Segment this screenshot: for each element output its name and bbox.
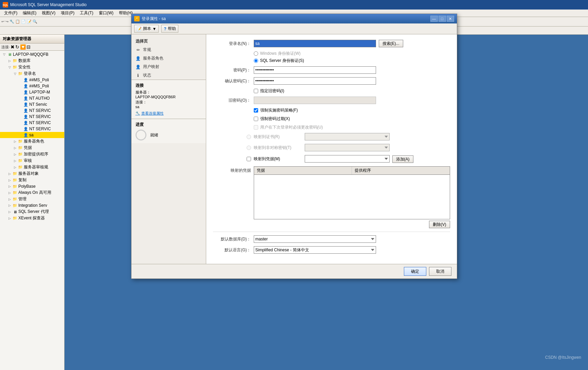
old-password-row: 旧密码(O)： bbox=[213, 97, 450, 104]
default-lang-row: 默认语言(G)： Simplified Chinese - 简体中文 bbox=[213, 246, 450, 254]
script-button[interactable]: 📝 脚本 ▼ bbox=[134, 25, 159, 33]
old-password-label: 旧密码(O)： bbox=[213, 98, 254, 103]
ok-button[interactable]: 确定 bbox=[404, 267, 426, 276]
confirm-password-input[interactable] bbox=[254, 77, 376, 85]
help-button[interactable]: ? 帮助 bbox=[161, 25, 178, 33]
dialog-toolbar: 📝 脚本 ▼ ? 帮助 bbox=[131, 23, 457, 34]
old-password-input bbox=[254, 97, 376, 104]
map-asymmetric-row: 映射到非对称密钥(T) bbox=[213, 144, 450, 151]
connection-server-label: 服务器： LAPTOP-MQQQQFB6R bbox=[136, 90, 202, 99]
nav-general[interactable]: ✏ 常规 bbox=[131, 46, 206, 54]
progress-panel: 进度 就绪 bbox=[131, 119, 206, 143]
map-asymmetric-select bbox=[305, 144, 390, 151]
password-row: 密码(P)： bbox=[213, 66, 450, 74]
connection-title: 连接 bbox=[136, 83, 202, 88]
credential-col1: 凭据 bbox=[254, 167, 352, 174]
windows-auth-option[interactable]: Windows 身份验证(W) bbox=[254, 51, 450, 56]
specify-old-password-checkbox[interactable] bbox=[254, 89, 258, 93]
role-icon: 👤 bbox=[136, 56, 141, 61]
mapping-icon: 👤 bbox=[136, 64, 141, 70]
dialog-content: 登录名(N)： 搜索(E)... Windows 身份验证(W) SQL Ser… bbox=[206, 34, 457, 264]
must-change-label: 用户在下次登录时必须更改密码(U) bbox=[260, 124, 323, 130]
default-db-row: 默认数据库(D)： master bbox=[213, 235, 450, 243]
help-label: 帮助 bbox=[168, 26, 176, 32]
progress-status: 就绪 bbox=[150, 132, 158, 138]
edit-icon: ✏ bbox=[136, 47, 141, 53]
dialog-title: 登录属性 - sa bbox=[142, 16, 166, 22]
sql-auth-radio[interactable] bbox=[254, 58, 258, 63]
nav-serverroles-label: 服务器角色 bbox=[143, 55, 163, 61]
windows-auth-radio[interactable] bbox=[254, 51, 258, 56]
confirm-password-row: 确认密码(C)： bbox=[213, 77, 450, 85]
enforce-expiration-checkbox[interactable] bbox=[254, 117, 258, 121]
default-db-select[interactable]: master bbox=[254, 235, 376, 243]
modal-overlay: 🔑 登录属性 - sa — □ ✕ 📝 脚本 ▼ ? 帮助 bbox=[0, 0, 588, 370]
credentials-table: 凭据 提供程序 bbox=[254, 166, 450, 219]
specify-old-label: 指定旧密码(I) bbox=[260, 88, 284, 94]
login-name-label: 登录名(N)： bbox=[213, 41, 254, 47]
progress-title: 进度 bbox=[136, 122, 202, 128]
enforce-expiration-label: 强制密码过期(X) bbox=[260, 116, 290, 122]
search-button[interactable]: 搜索(E)... bbox=[379, 40, 403, 47]
link-label: 查看连接属性 bbox=[141, 111, 164, 116]
default-lang-label: 默认语言(G)： bbox=[213, 247, 254, 253]
dialog-footer: 确定 取消 bbox=[131, 264, 457, 279]
map-cert-select bbox=[305, 133, 390, 140]
script-icon: 📝 bbox=[137, 27, 142, 31]
status-icon: ℹ bbox=[136, 73, 141, 78]
connection-server-value: LAPTOP-MQQQQFB6R bbox=[136, 95, 176, 99]
nav-status[interactable]: ℹ 状态 bbox=[131, 71, 206, 80]
auth-radio-group: Windows 身份验证(W) SQL Server 身份验证(S) bbox=[254, 51, 450, 64]
login-name-input[interactable] bbox=[254, 40, 376, 47]
script-label: 脚本 bbox=[143, 26, 151, 32]
dropdown-arrow[interactable]: ▼ bbox=[153, 27, 157, 31]
map-asymmetric-label: 映射到非对称密钥(T) bbox=[254, 145, 305, 151]
enforce-policy-checkbox[interactable] bbox=[254, 108, 258, 113]
dialog-title-left: 🔑 登录属性 - sa bbox=[134, 16, 166, 22]
close-button[interactable]: ✕ bbox=[447, 16, 454, 22]
windows-auth-label: Windows 身份验证(W) bbox=[260, 51, 301, 56]
connection-panel: 连接 服务器： LAPTOP-MQQQQFB6R 连接： sa 🔧 查看连接属性 bbox=[131, 80, 206, 119]
map-credential-checkbox[interactable] bbox=[247, 157, 251, 161]
password-label: 密码(P)： bbox=[213, 67, 254, 73]
delete-credential-button[interactable]: 删除(V) bbox=[429, 221, 450, 228]
dialog-icon: 🔑 bbox=[134, 16, 140, 21]
minimize-button[interactable]: — bbox=[430, 16, 438, 22]
view-connection-props-link[interactable]: 🔧 查看连接属性 bbox=[136, 111, 202, 116]
left-nav: 选择页 ✏ 常规 👤 服务器角色 👤 用户映射 ℹ 状态 bbox=[131, 34, 206, 264]
progress-spinner bbox=[136, 130, 146, 140]
login-properties-dialog: 🔑 登录属性 - sa — □ ✕ 📝 脚本 ▼ ? 帮助 bbox=[131, 14, 457, 279]
map-credential-label: 映射到凭据(M) bbox=[254, 156, 305, 162]
mapped-credentials-row: 映射的凭据 凭据 提供程序 删除(V) bbox=[213, 166, 450, 228]
map-cert-radio bbox=[247, 135, 251, 139]
must-change-checkbox bbox=[254, 125, 258, 130]
default-lang-select[interactable]: Simplified Chinese - 简体中文 bbox=[254, 246, 376, 254]
help-icon: ? bbox=[164, 27, 166, 31]
nav-section-title: 选择页 bbox=[131, 37, 206, 46]
dialog-titlebar: 🔑 登录属性 - sa — □ ✕ bbox=[131, 14, 457, 23]
nav-server-roles[interactable]: 👤 服务器角色 bbox=[131, 54, 206, 63]
dialog-body: 选择页 ✏ 常规 👤 服务器角色 👤 用户映射 ℹ 状态 bbox=[131, 34, 457, 264]
credentials-table-body bbox=[254, 175, 450, 219]
connection-conn-value: sa bbox=[136, 105, 140, 109]
sql-auth-option[interactable]: SQL Server 身份验证(S) bbox=[254, 58, 450, 64]
nav-usermapping-label: 用户映射 bbox=[143, 64, 159, 70]
map-credential-select[interactable] bbox=[305, 155, 390, 163]
map-credential-row: 映射到凭据(M) 添加(A) bbox=[213, 155, 450, 163]
default-db-label: 默认数据库(D)： bbox=[213, 236, 254, 242]
section-divider bbox=[213, 232, 450, 232]
nav-general-label: 常规 bbox=[143, 47, 151, 53]
map-asymmetric-radio bbox=[247, 146, 251, 150]
cancel-button[interactable]: 取消 bbox=[429, 267, 451, 276]
restore-button[interactable]: □ bbox=[439, 16, 446, 22]
nav-user-mapping[interactable]: 👤 用户映射 bbox=[131, 63, 206, 71]
credentials-table-header: 凭据 提供程序 bbox=[254, 167, 450, 175]
map-cert-row: 映射到证书(R) bbox=[213, 133, 450, 140]
watermark: CSDN @ItsJingwen bbox=[545, 355, 581, 360]
connection-conn-label: 连接： sa bbox=[136, 100, 202, 109]
must-change-row: 用户在下次登录时必须更改密码(U) bbox=[254, 124, 450, 130]
password-input[interactable] bbox=[254, 66, 376, 74]
specify-old-password-row: 指定旧密码(I) bbox=[254, 88, 450, 94]
progress-row: 就绪 bbox=[136, 130, 202, 140]
add-credential-button[interactable]: 添加(A) bbox=[392, 155, 413, 163]
